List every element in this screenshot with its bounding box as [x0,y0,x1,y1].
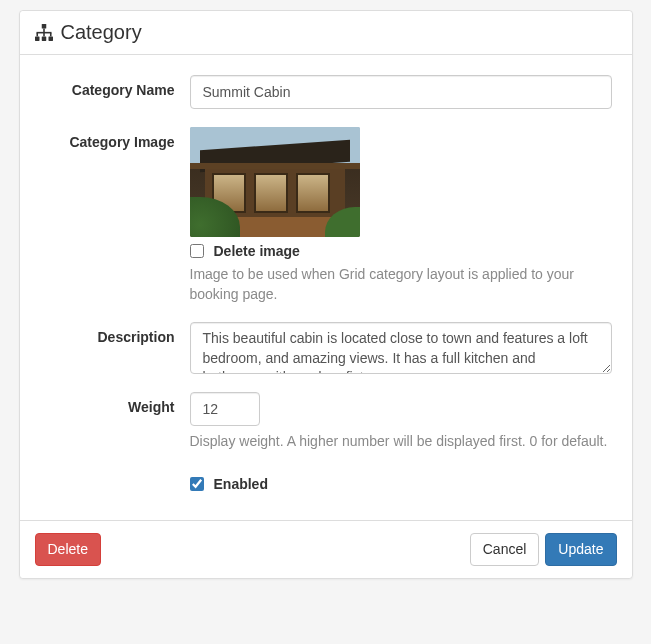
panel-title-text: Category [61,21,142,44]
panel-heading: Category [20,11,632,55]
svg-rect-3 [48,36,53,41]
delete-image-checkbox[interactable] [190,244,204,258]
svg-rect-7 [43,33,45,36]
svg-rect-8 [49,33,51,36]
svg-rect-0 [41,24,46,29]
panel-title: Category [35,21,617,44]
category-panel: Category Category Name Category Image [19,10,633,579]
label-category-image: Category Image [40,127,190,150]
image-help-text: Image to be used when Grid category layo… [190,265,612,304]
weight-help-text: Display weight. A higher number will be … [190,432,612,452]
svg-rect-1 [35,36,40,41]
row-category-image: Category Image Delete image [40,127,612,304]
category-image-thumbnail[interactable] [190,127,360,237]
enabled-label: Enabled [214,476,268,492]
delete-button[interactable]: Delete [35,533,101,567]
cancel-button[interactable]: Cancel [470,533,540,567]
enabled-row: Enabled [190,476,612,492]
label-weight: Weight [40,392,190,415]
row-enabled: Enabled [40,470,612,492]
delete-image-row: Delete image [190,243,612,259]
label-category-name: Category Name [40,75,190,98]
row-category-name: Category Name [40,75,612,109]
panel-footer: Delete Cancel Update [20,520,632,579]
enabled-checkbox[interactable] [190,477,204,491]
category-name-input[interactable] [190,75,612,109]
panel-body: Category Name Category Image [20,55,632,520]
label-enabled-spacer [40,470,190,477]
svg-rect-6 [36,33,38,36]
label-description: Description [40,322,190,345]
update-button[interactable]: Update [545,533,616,567]
delete-image-label: Delete image [214,243,300,259]
weight-input[interactable] [190,392,260,426]
sitemap-icon [35,24,53,42]
svg-rect-2 [41,36,46,41]
description-textarea[interactable] [190,322,612,374]
row-weight: Weight Display weight. A higher number w… [40,392,612,452]
row-description: Description [40,322,612,374]
